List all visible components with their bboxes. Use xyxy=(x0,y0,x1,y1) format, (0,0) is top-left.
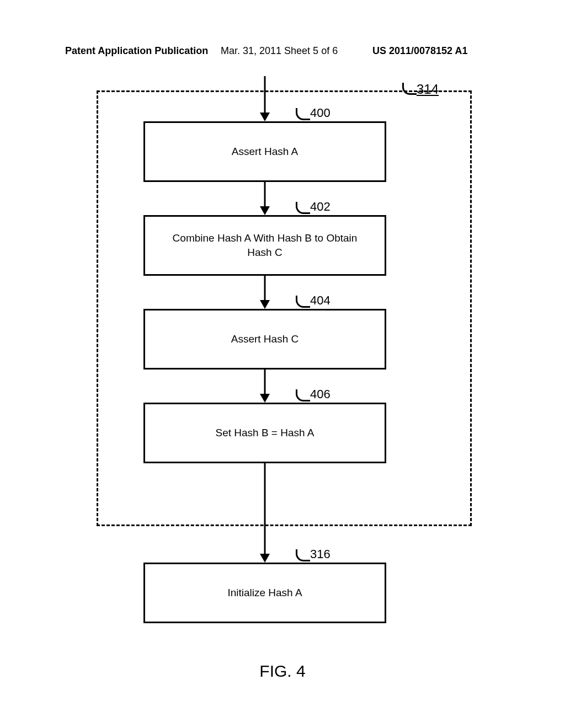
svg-marker-9 xyxy=(260,554,270,563)
ref-label-404: 404 xyxy=(310,293,331,308)
arrow-icon xyxy=(262,370,268,403)
figure-caption: FIG. 4 xyxy=(0,662,565,681)
ref-label-402: 402 xyxy=(310,200,331,214)
header-publication: Patent Application Publication xyxy=(65,45,208,57)
step-assert-hash-a: Assert Hash A xyxy=(143,121,386,182)
header-date-sheet: Mar. 31, 2011 Sheet 5 of 6 xyxy=(221,45,338,57)
leader-hook-icon xyxy=(296,549,310,561)
ref-label-316: 316 xyxy=(310,547,331,561)
ref-label-400: 400 xyxy=(310,106,331,120)
step-text: Combine Hash A With Hash B to Obtain Has… xyxy=(161,231,369,259)
arrow-icon xyxy=(262,463,268,563)
step-text: Assert Hash A xyxy=(232,144,298,159)
ref-label-314: 314 xyxy=(417,82,439,97)
step-text: Initialize Hash A xyxy=(227,586,302,600)
arrow-icon xyxy=(262,182,268,215)
step-assert-hash-c: Assert Hash C xyxy=(143,309,386,370)
step-text: Assert Hash C xyxy=(231,332,299,346)
flowchart-diagram: 314 Assert Hash A 400 Combine Hash A Wit… xyxy=(0,83,565,689)
arrow-icon xyxy=(262,76,268,121)
step-text: Set Hash B = Hash A xyxy=(215,426,314,440)
step-set-hash-b: Set Hash B = Hash A xyxy=(143,403,386,463)
ref-label-406: 406 xyxy=(310,387,331,402)
header-pub-number: US 2011/0078152 A1 xyxy=(372,45,467,57)
arrow-icon xyxy=(262,276,268,309)
step-initialize-hash-a: Initialize Hash A xyxy=(143,563,386,623)
step-combine-hash: Combine Hash A With Hash B to Obtain Has… xyxy=(143,215,386,276)
